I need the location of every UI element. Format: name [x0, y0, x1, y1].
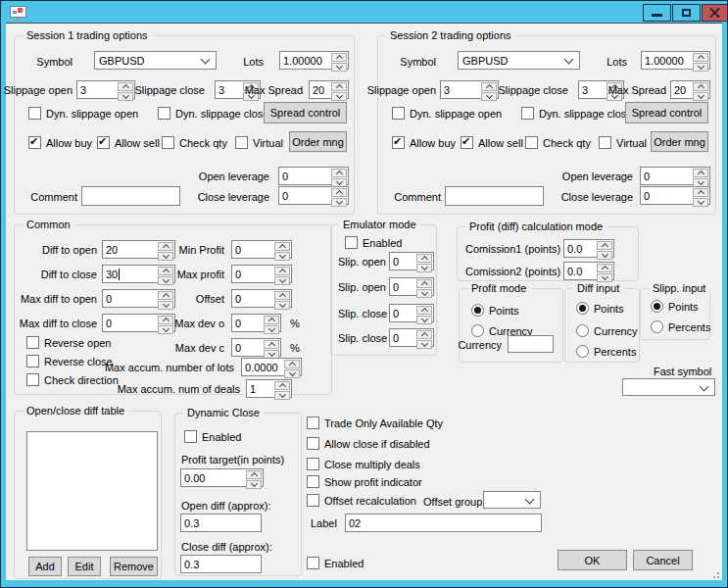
dyn-slippage-open-checkbox[interactable]: Dyn. slippage open: [28, 107, 138, 120]
close-leverage-spinner[interactable]: 0: [640, 186, 710, 205]
spin-up-button[interactable]: [481, 82, 497, 91]
spread-control-button[interactable]: Spread control: [625, 102, 708, 123]
symbol-select[interactable]: GBPUSD: [458, 51, 580, 70]
edit-button[interactable]: Edit: [68, 557, 101, 576]
spin-down-button[interactable]: [246, 480, 262, 489]
slippage-open-spinner[interactable]: 3: [440, 80, 499, 99]
spin-down-button[interactable]: [158, 325, 173, 334]
slipp-input-percents-radio[interactable]: Percents: [651, 320, 710, 333]
spin-down-button[interactable]: [416, 316, 432, 324]
spin-up-button[interactable]: [693, 82, 708, 91]
currency-input[interactable]: [508, 335, 554, 353]
minimize-button[interactable]: [643, 4, 671, 22]
max-profit-spinner[interactable]: 0: [231, 265, 292, 283]
spin-up-button[interactable]: [416, 330, 432, 339]
spin-up-button[interactable]: [693, 188, 708, 197]
max-diff-to-close-spinner[interactable]: 0: [102, 314, 175, 332]
slippage-open-spinner[interactable]: 3: [76, 80, 135, 99]
comission1-spinner[interactable]: 0.0: [563, 239, 614, 258]
comission2-spinner[interactable]: 0.0: [563, 262, 614, 280]
spin-down-button[interactable]: [274, 301, 290, 310]
max-accum-lots-spinner[interactable]: 0.0000: [241, 358, 302, 376]
profit-mode-points-radio[interactable]: Points: [471, 304, 519, 317]
spin-down-button[interactable]: [331, 198, 347, 207]
spin-down-button[interactable]: [597, 273, 612, 282]
diff-to-close-spinner[interactable]: 30: [102, 265, 175, 283]
cancel-button[interactable]: Cancel: [633, 550, 693, 570]
slip-open-2-spinner[interactable]: 0: [389, 277, 434, 296]
reverse-close-checkbox[interactable]: Reverse close: [26, 355, 113, 368]
remove-button[interactable]: Remove: [110, 557, 158, 576]
max-dev-o-spinner[interactable]: 0: [231, 314, 281, 332]
slip-close-2-spinner[interactable]: 0: [389, 328, 434, 347]
offset-recalculation-checkbox[interactable]: Offset recalculation: [307, 494, 416, 507]
spin-up-button[interactable]: [597, 264, 612, 272]
ok-button[interactable]: OK: [558, 550, 627, 570]
spin-down-button[interactable]: [158, 252, 173, 261]
trade-only-available-qty-checkbox[interactable]: Trade Only Available Qty: [307, 416, 443, 429]
spin-up-button[interactable]: [158, 267, 173, 275]
close-button[interactable]: [702, 4, 728, 22]
virtual-checkbox[interactable]: Virtual: [599, 136, 647, 149]
symbol-select[interactable]: GBPUSD: [94, 51, 217, 70]
check-qty-checkbox[interactable]: Check qty: [525, 136, 591, 149]
spin-down-button[interactable]: [274, 391, 290, 400]
slip-open-1-spinner[interactable]: 0: [389, 252, 434, 270]
diff-input-percents-radio[interactable]: Percents: [576, 345, 636, 358]
spin-up-button[interactable]: [331, 53, 347, 62]
enabled-checkbox[interactable]: Enabled: [307, 557, 364, 569]
spin-down-button[interactable]: [158, 276, 173, 285]
min-profit-spinner[interactable]: 0: [231, 240, 292, 259]
offset-group-select[interactable]: [483, 491, 541, 509]
close-diff-input[interactable]: 0.3: [180, 555, 262, 573]
spin-up-button[interactable]: [597, 241, 612, 250]
spin-down-button[interactable]: [693, 92, 708, 101]
spin-up-button[interactable]: [416, 254, 432, 263]
spin-down-button[interactable]: [118, 92, 133, 101]
allow-sell-checkbox[interactable]: Allow sell: [97, 136, 160, 149]
comment-input[interactable]: [445, 186, 544, 206]
label-input[interactable]: 02: [345, 514, 542, 532]
max-dev-c-spinner[interactable]: 0: [231, 338, 281, 357]
title-bar[interactable]: [1, 1, 727, 23]
slip-close-1-spinner[interactable]: 0: [389, 304, 434, 322]
spin-down-button[interactable]: [331, 92, 347, 101]
spin-up-button[interactable]: [158, 291, 173, 300]
show-profit-indicator-checkbox[interactable]: Show profit indicator: [307, 475, 422, 488]
spin-down-button[interactable]: [481, 92, 497, 101]
max-spread-spinner[interactable]: 20: [670, 80, 710, 99]
max-diff-to-open-spinner[interactable]: 0: [102, 289, 175, 308]
close-multiply-deals-checkbox[interactable]: Close multiply deals: [307, 458, 420, 470]
diff-input-currency-radio[interactable]: Currency: [576, 324, 638, 337]
spin-down-button[interactable]: [693, 198, 708, 207]
check-qty-checkbox[interactable]: Check qty: [162, 136, 227, 149]
spin-down-button[interactable]: [693, 63, 708, 72]
lots-spinner[interactable]: 1.00000: [641, 51, 710, 70]
spin-down-button[interactable]: [416, 289, 432, 298]
lots-spinner[interactable]: 1.00000: [279, 51, 349, 70]
spin-up-button[interactable]: [693, 53, 708, 62]
max-accum-deals-spinner[interactable]: 1: [246, 379, 292, 398]
add-button[interactable]: Add: [28, 557, 62, 576]
allow-buy-checkbox[interactable]: Allow buy: [28, 136, 92, 149]
order-mng-button[interactable]: Order mng: [651, 131, 708, 152]
diff-to-open-spinner[interactable]: 20: [102, 240, 175, 259]
fast-symbol-select[interactable]: [622, 378, 715, 396]
spin-up-button[interactable]: [693, 169, 708, 177]
spin-up-button[interactable]: [274, 267, 290, 275]
spread-control-button[interactable]: Spread control: [264, 102, 347, 123]
allow-sell-checkbox[interactable]: Allow sell: [461, 136, 523, 149]
order-mng-button[interactable]: Order mng: [289, 131, 347, 152]
spin-up-button[interactable]: [264, 340, 279, 349]
spin-down-button[interactable]: [597, 251, 612, 260]
check-direction-checkbox[interactable]: Check direction: [26, 373, 119, 386]
allow-buy-checkbox[interactable]: Allow buy: [392, 136, 456, 149]
spin-down-button[interactable]: [274, 252, 290, 261]
spin-up-button[interactable]: [284, 360, 300, 368]
spin-down-button[interactable]: [158, 301, 173, 310]
spin-up-button[interactable]: [158, 242, 173, 251]
spin-up-button[interactable]: [416, 306, 432, 315]
dyn-slippage-open-checkbox[interactable]: Dyn. slippage open: [392, 107, 502, 120]
spin-up-button[interactable]: [416, 279, 432, 288]
close-leverage-spinner[interactable]: 0: [278, 186, 349, 205]
